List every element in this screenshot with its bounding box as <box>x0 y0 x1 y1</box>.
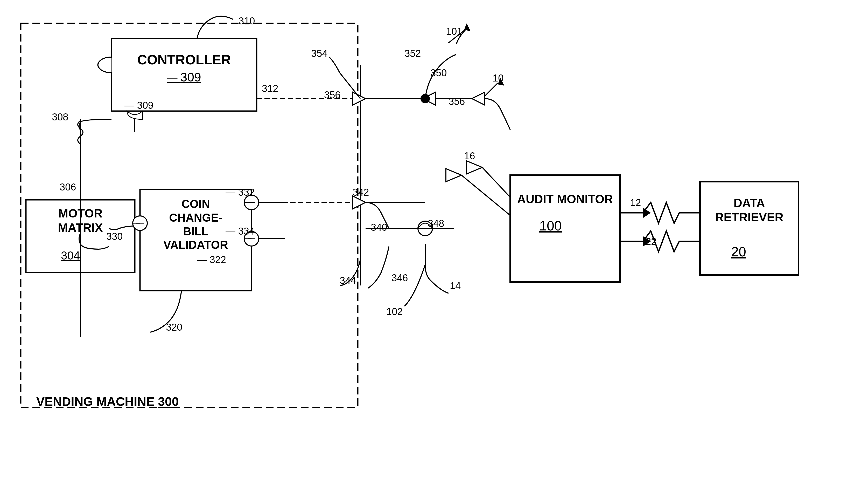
ref-342: 342 <box>352 187 369 198</box>
ref-308: 308 <box>52 112 68 123</box>
ref-14: 14 <box>450 280 461 291</box>
ref-350: 350 <box>430 67 447 79</box>
ref-320: 320 <box>166 322 182 333</box>
svg-line-20 <box>462 175 510 215</box>
ref-330: 330 <box>106 231 123 242</box>
arrow-12 <box>643 208 651 218</box>
vending-machine-label: VENDING MACHINE 300 <box>36 395 179 409</box>
svg-line-15 <box>485 83 498 96</box>
ref-352: 352 <box>404 48 421 59</box>
connector-356-mid <box>446 169 462 182</box>
coin-validator-label: COINCHANGE-BILLVALIDATOR <box>144 197 248 252</box>
controller-number: — 309 <box>127 70 241 84</box>
ref-16: 16 <box>464 150 475 162</box>
ref-101: 101 <box>446 26 462 37</box>
data-retriever-label: DATARETRIEVER <box>700 196 799 225</box>
audit-monitor-number: 100 <box>539 218 562 234</box>
audit-monitor-box <box>510 175 620 282</box>
ref-322: — 322 <box>197 254 226 265</box>
svg-marker-14 <box>464 23 470 31</box>
ref-22: 22 <box>646 236 656 247</box>
ref-306: 306 <box>60 182 76 193</box>
ref-346: 346 <box>392 272 408 284</box>
connector-308 <box>127 111 143 119</box>
ref-332: — 332 <box>225 187 255 198</box>
motor-matrix-label: MOTORMATRIX <box>29 206 132 235</box>
audit-monitor-label: AUDIT MONITOR <box>510 192 620 206</box>
ref-348: 348 <box>428 218 444 229</box>
diagram-container: CONTROLLER — 309 MOTORMATRIX 304 COINCHA… <box>0 0 868 491</box>
ref-102: 102 <box>386 306 403 317</box>
wire-14 <box>425 244 448 293</box>
connector-16 <box>467 161 482 174</box>
data-retriever-number: 20 <box>731 244 746 260</box>
ref-344: 344 <box>340 275 356 286</box>
ref-334: — 334 <box>225 226 255 237</box>
svg-line-21 <box>482 167 510 197</box>
connector-350 <box>472 92 485 105</box>
ref-356-left: 356 <box>324 89 340 101</box>
connector-22 <box>620 231 700 252</box>
controller-connector-left <box>98 57 112 73</box>
data-retriever-box <box>700 182 799 275</box>
connector-356-left <box>352 92 366 105</box>
ref-10: 10 <box>493 73 503 84</box>
ref-312: 312 <box>262 83 278 94</box>
ref-310: 310 <box>239 16 255 27</box>
ref-12: 12 <box>630 197 641 208</box>
ref-340: 340 <box>371 222 387 233</box>
wire-102 <box>404 265 425 306</box>
ref-354: 354 <box>311 48 328 59</box>
wire-310 <box>197 16 233 39</box>
ref-309: — 309 <box>124 100 153 111</box>
wire-346 <box>368 247 389 288</box>
motor-matrix-number: 304 <box>61 249 80 262</box>
controller-label: CONTROLLER <box>127 52 241 67</box>
ref-356-right: 356 <box>448 96 465 107</box>
